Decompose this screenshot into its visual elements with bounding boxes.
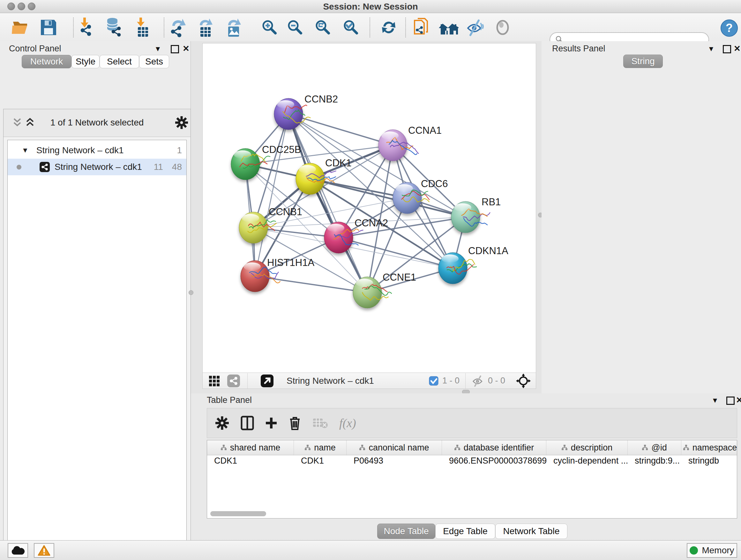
export-network-icon bbox=[171, 19, 186, 37]
tab-select[interactable]: Select bbox=[99, 55, 139, 68]
edge-CCNB2-CCNA1[interactable] bbox=[288, 114, 393, 145]
network-collection-row[interactable]: ▼ String Network – cdk1 1 bbox=[8, 142, 186, 159]
export-network-button[interactable] bbox=[167, 17, 188, 38]
duplicate-style-button[interactable] bbox=[411, 17, 432, 38]
network-view-mode-icon[interactable] bbox=[227, 374, 240, 388]
panel-close-icon[interactable]: ✕ bbox=[183, 44, 190, 54]
node-RB1[interactable]: RB1 bbox=[451, 196, 501, 233]
node-label-CCNB2: CCNB2 bbox=[305, 94, 338, 105]
edge-HIST1H1A-CCNE1[interactable] bbox=[255, 276, 367, 293]
show-all-button[interactable] bbox=[492, 17, 513, 38]
table-cell[interactable]: P06493 bbox=[347, 456, 442, 468]
help-icon: ? bbox=[720, 19, 738, 37]
save-icon bbox=[40, 18, 57, 37]
panel-menu-caret-icon[interactable]: ▾ bbox=[713, 395, 717, 405]
zoom-fit-button[interactable] bbox=[313, 17, 333, 38]
import-table-file-button[interactable] bbox=[131, 17, 152, 38]
apply-layout-button[interactable] bbox=[378, 17, 399, 38]
column-header-databaseidentifier[interactable]: database identifier bbox=[442, 440, 546, 455]
delete-column-icon[interactable] bbox=[288, 415, 301, 431]
pan-crosshair-icon[interactable] bbox=[516, 374, 531, 388]
show-columns-icon[interactable] bbox=[240, 415, 254, 431]
node-count: 11 bbox=[154, 162, 163, 172]
import-network-database-button[interactable] bbox=[103, 17, 124, 38]
import-network-file-button[interactable] bbox=[76, 17, 97, 38]
separator bbox=[465, 373, 466, 388]
save-session-button[interactable] bbox=[38, 17, 59, 38]
panel-close-icon[interactable]: ✕ bbox=[734, 44, 741, 54]
table-toolbar: f(x) bbox=[207, 408, 737, 438]
panel-float-icon[interactable] bbox=[726, 396, 735, 405]
cloud-button[interactable] bbox=[8, 543, 28, 558]
edge-CCNB2-HIST1H1A[interactable] bbox=[255, 114, 288, 276]
table-cell[interactable]: CDK1 bbox=[294, 456, 347, 468]
tab-style[interactable]: Style bbox=[71, 55, 99, 68]
tree-expand-caret-icon[interactable]: ▼ bbox=[22, 146, 29, 154]
panel-close-icon[interactable]: ✕ bbox=[736, 395, 741, 405]
gear-icon[interactable] bbox=[175, 116, 189, 130]
open-in-window-icon[interactable] bbox=[260, 374, 274, 388]
table-cell[interactable]: cyclin-dependent ... bbox=[546, 456, 628, 468]
grid-view-icon[interactable] bbox=[208, 374, 221, 387]
tab-string[interactable]: String bbox=[623, 55, 663, 68]
node-CCNA1[interactable]: CCNA1 bbox=[379, 125, 442, 161]
network-tree: ▼ String Network – cdk1 1 String Network… bbox=[7, 140, 187, 560]
splitter-handle[interactable] bbox=[189, 290, 193, 295]
column-header-name[interactable]: name bbox=[294, 440, 347, 455]
table-panel-title: Table Panel bbox=[207, 395, 252, 405]
column-type-icon bbox=[305, 444, 311, 451]
export-image-button[interactable] bbox=[222, 17, 244, 38]
function-builder-icon: f(x) bbox=[339, 416, 356, 430]
panel-float-icon[interactable] bbox=[723, 45, 731, 53]
node-label-CDC6: CDC6 bbox=[421, 178, 448, 189]
network-canvas[interactable]: CCNB2CCNA1CDC25BCDK1CDC6RB1CCNB1CCNA2CDK… bbox=[202, 43, 536, 373]
tab-sets[interactable]: Sets bbox=[139, 55, 169, 68]
toolbar-separator bbox=[369, 17, 370, 37]
network-graph[interactable]: CCNB2CCNA1CDC25BCDK1CDC6RB1CCNB1CCNA2CDK… bbox=[203, 44, 536, 373]
open-folder-icon bbox=[11, 18, 31, 37]
tab-network[interactable]: Network bbox=[22, 55, 71, 68]
network-row[interactable]: String Network – cdk1 11 48 bbox=[8, 159, 186, 175]
help-button[interactable]: ? bbox=[719, 17, 740, 39]
column-header-id[interactable]: @id bbox=[628, 440, 681, 455]
table-cell[interactable]: stringdb bbox=[681, 456, 737, 468]
selected-checkbox-icon[interactable] bbox=[429, 376, 439, 386]
warnings-button[interactable] bbox=[34, 543, 54, 558]
node-table[interactable]: shared namenamecanonical namedatabase id… bbox=[207, 440, 737, 518]
gear-icon[interactable] bbox=[215, 416, 229, 430]
column-header-namespace[interactable]: namespace bbox=[681, 440, 737, 455]
panel-float-icon[interactable] bbox=[171, 45, 179, 53]
network-collection-label: String Network – cdk1 bbox=[37, 145, 124, 155]
toolbar-separator bbox=[405, 17, 406, 37]
column-header-sharedname[interactable]: shared name bbox=[207, 440, 294, 455]
network-view-panel: CCNB2CCNA1CDC25BCDK1CDC6RB1CCNB1CCNA2CDK… bbox=[191, 41, 542, 393]
table-cell[interactable]: CDK1 bbox=[207, 456, 294, 468]
node-HIST1H1A[interactable]: HIST1H1A bbox=[241, 257, 314, 292]
node-CDKN1A[interactable]: CDKN1A bbox=[439, 245, 509, 284]
current-network-title: String Network – cdk1 bbox=[286, 376, 374, 386]
open-session-button[interactable] bbox=[10, 17, 31, 38]
table-cell[interactable]: 9606.ENSP00000378699 bbox=[442, 456, 546, 468]
horizontal-scrollbar[interactable] bbox=[210, 511, 266, 516]
hide-selected-button[interactable] bbox=[464, 17, 485, 38]
home-button[interactable] bbox=[438, 17, 459, 38]
table-row[interactable]: CDK1CDK1P064939606.ENSP00000378699cyclin… bbox=[207, 456, 737, 468]
table-cell[interactable]: stringdb:9... bbox=[628, 456, 681, 468]
zoom-in-button[interactable] bbox=[259, 17, 280, 38]
column-header-canonicalname[interactable]: canonical name bbox=[347, 440, 442, 455]
panel-menu-caret-icon[interactable]: ▾ bbox=[156, 44, 160, 54]
hidden-eye-slash-icon bbox=[471, 375, 485, 387]
node-CCNE1[interactable]: CCNE1 bbox=[353, 272, 416, 308]
export-table-button[interactable] bbox=[195, 17, 216, 38]
tab-network-table[interactable]: Network Table bbox=[495, 523, 567, 539]
add-column-icon[interactable] bbox=[265, 416, 278, 430]
column-header-description[interactable]: description bbox=[546, 440, 628, 455]
control-panel: Control Panel ▾ ✕ NetworkStyleSelectSets… bbox=[0, 41, 191, 540]
tab-node-table[interactable]: Node Table bbox=[377, 523, 435, 539]
tab-edge-table[interactable]: Edge Table bbox=[435, 523, 495, 539]
memory-button[interactable]: Memory bbox=[687, 543, 737, 558]
panel-menu-caret-icon[interactable]: ▾ bbox=[709, 44, 713, 54]
network-view-toolbar: String Network – cdk1 1 - 0 0 - 0 bbox=[202, 373, 536, 389]
zoom-out-button[interactable] bbox=[285, 17, 306, 38]
zoom-selected-button[interactable] bbox=[340, 17, 361, 38]
